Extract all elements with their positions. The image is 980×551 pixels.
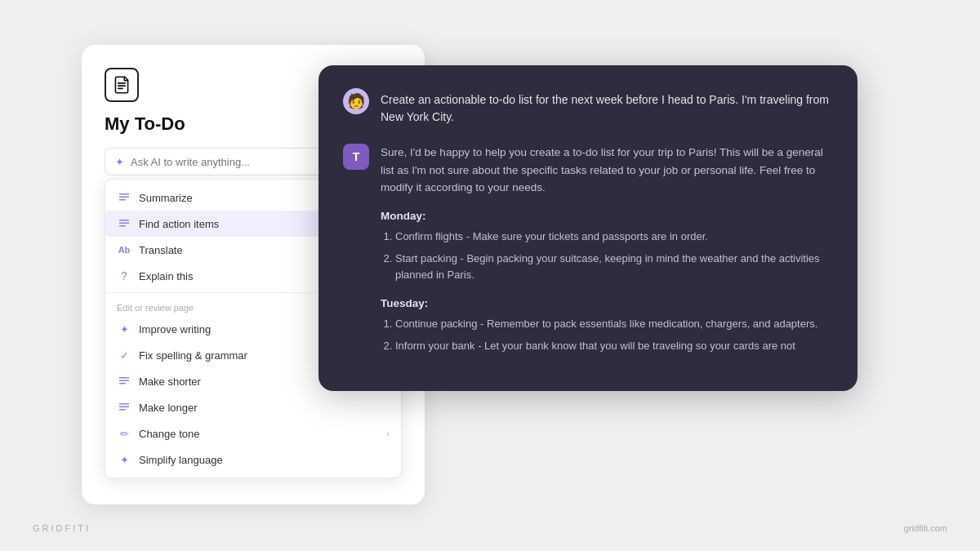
ai-content: Sure, I'd be happy to help you create a … <box>381 144 833 368</box>
fix-spelling-icon: ✓ <box>117 348 131 362</box>
menu-item-make-longer[interactable]: Make longer <box>105 394 401 420</box>
improve-icon: ✦ <box>117 322 131 336</box>
menu-item-simplify[interactable]: ✦ Simplify language <box>105 447 401 473</box>
svg-rect-10 <box>119 403 129 405</box>
svg-rect-7 <box>119 377 129 379</box>
simplify-label: Simplify language <box>139 454 390 466</box>
svg-rect-4 <box>119 220 129 221</box>
monday-list: Confirm flights - Make sure your tickets… <box>381 229 833 284</box>
tuesday-item-1: Continue packing - Remember to pack esse… <box>395 316 833 333</box>
simplify-icon: ✦ <box>117 452 131 467</box>
find-action-icon <box>117 216 131 231</box>
notion-logo <box>105 68 139 102</box>
make-shorter-icon <box>117 374 131 389</box>
summarize-icon <box>117 190 131 205</box>
change-tone-arrow-icon: › <box>386 429 390 438</box>
svg-rect-8 <box>119 380 129 382</box>
ai-intro-text: Sure, I'd be happy to help you create a … <box>381 144 833 197</box>
svg-rect-1 <box>119 193 129 195</box>
watermark-left: GRIDFITI <box>33 523 91 533</box>
user-avatar: 🧑 <box>343 88 369 114</box>
ai-message: T Sure, I'd be happy to help you create … <box>343 144 833 368</box>
svg-rect-3 <box>119 199 126 201</box>
make-longer-label: Make longer <box>139 402 390 414</box>
change-tone-label: Change tone <box>139 428 386 440</box>
day-monday-heading: Monday: <box>381 210 833 222</box>
make-longer-icon <box>117 400 131 415</box>
svg-rect-9 <box>119 383 126 384</box>
svg-rect-2 <box>119 197 129 198</box>
explain-icon: ? <box>117 269 131 283</box>
chat-panel: 🧑 Create an actionable to-do list for th… <box>318 65 858 391</box>
user-message: 🧑 Create an actionable to-do list for th… <box>343 88 833 126</box>
tuesday-list: Continue packing - Remember to pack esse… <box>381 316 833 355</box>
monday-item-2: Start packing - Begin packing your suitc… <box>395 251 833 285</box>
ai-sparkle-icon: ✦ <box>115 156 124 168</box>
svg-rect-6 <box>119 225 126 227</box>
tuesday-item-2: Inform your bank - Let your bank know th… <box>395 338 833 355</box>
user-prompt-text: Create an actionable to-do list for the … <box>381 88 833 126</box>
svg-rect-5 <box>119 223 129 224</box>
change-tone-icon: ✏ <box>117 426 131 441</box>
svg-rect-12 <box>119 409 126 411</box>
translate-icon: Ab <box>117 242 131 257</box>
monday-item-1: Confirm flights - Make sure your tickets… <box>395 229 833 246</box>
svg-rect-11 <box>119 407 129 408</box>
ai-avatar: T <box>343 144 369 170</box>
menu-item-change-tone[interactable]: ✏ Change tone › <box>105 420 401 447</box>
day-tuesday-heading: Tuesday: <box>381 297 833 309</box>
watermark-right: gridfiti.com <box>904 523 947 533</box>
